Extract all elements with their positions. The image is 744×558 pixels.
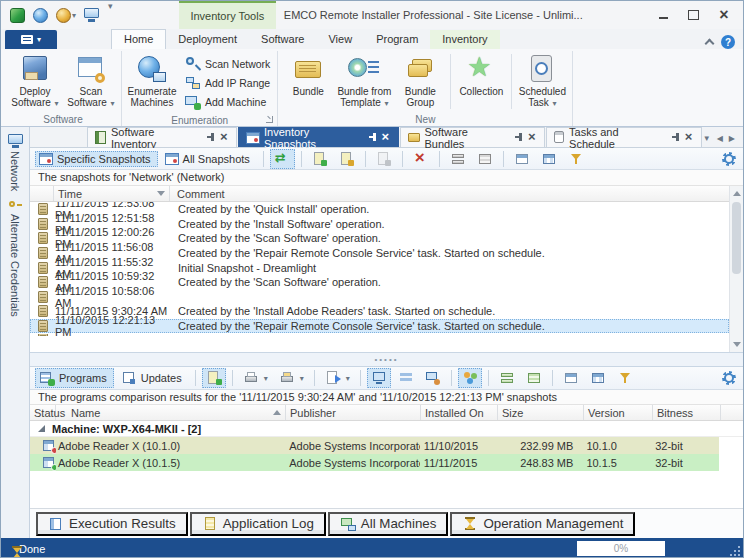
minimize-button[interactable] (651, 5, 677, 25)
tab-all-machines[interactable]: All Machines (328, 512, 449, 536)
tab-operation-management[interactable]: Operation Management (450, 512, 635, 536)
layout-full-button[interactable] (473, 149, 497, 169)
column-header-size[interactable]: Size (498, 405, 584, 420)
group-by-machine-button[interactable] (367, 368, 391, 388)
column-header-publisher[interactable]: Publisher (286, 405, 421, 420)
tab-software-inventory[interactable]: Software Inventory (87, 127, 237, 147)
print-preview-button[interactable]: ▾ (275, 368, 308, 388)
pin-icon[interactable] (368, 132, 378, 143)
scan-button[interactable]: ScanSoftware ▾ (63, 51, 119, 109)
filter-button[interactable] (564, 149, 588, 169)
show-grid-button[interactable] (586, 368, 610, 388)
app-logo-button[interactable] (7, 6, 28, 25)
tab-software-bundles[interactable]: Software Bundles (400, 127, 546, 147)
close-x-icon[interactable] (685, 132, 694, 143)
application-menu-button[interactable]: ▾ (5, 30, 57, 49)
bundle-from-button[interactable]: Bundle fromTemplate ▾ (336, 51, 392, 109)
copy-snapshot-button[interactable] (372, 149, 396, 169)
tab-list-icon[interactable]: ▼ (703, 134, 711, 143)
pin-icon[interactable] (671, 132, 681, 143)
scan-network-button[interactable]: Scan Network (182, 55, 273, 72)
scroll-down-icon[interactable] (733, 342, 741, 347)
tab-inventory-snapshots[interactable]: Inventory Snapshots (238, 127, 399, 147)
wizard-button[interactable]: ▾ (53, 6, 79, 25)
tab-tasks-and-schedule[interactable]: Tasks and Schedule (546, 127, 702, 147)
collection-button[interactable]: Collection (453, 51, 509, 97)
print-button[interactable]: ▾ (239, 368, 272, 388)
scroll-tabs-right-icon[interactable]: ▶ (729, 134, 735, 143)
programs-view-button[interactable]: Programs (35, 368, 114, 388)
collapse-group-icon[interactable] (38, 425, 45, 432)
ribbon-tab-program[interactable]: Program (364, 30, 430, 49)
ribbon-tab-home[interactable]: Home (111, 29, 166, 49)
show-panel-button[interactable] (510, 149, 534, 169)
load-snapshot-button[interactable] (308, 149, 332, 169)
qat-customize-button[interactable]: ▾ (102, 1, 119, 29)
settings-gear-button[interactable] (722, 152, 736, 166)
add-machine-button[interactable]: Add Machine (182, 93, 273, 110)
export-button[interactable]: ▾ (321, 368, 354, 388)
column-header-bitness[interactable]: Bitness (653, 405, 721, 420)
snapshot-row[interactable]: 11/11/2015 10:58:06 AM (30, 290, 729, 305)
show-panel-button[interactable] (559, 368, 583, 388)
highlight-colors-button[interactable] (458, 368, 482, 388)
scroll-tabs-left-icon[interactable]: ◀ (717, 134, 723, 143)
show-grid-button[interactable] (537, 149, 561, 169)
layout-split-button[interactable] (495, 368, 519, 388)
machine-button[interactable] (81, 6, 102, 24)
snapshot-row[interactable]: 11/10/2015 12:21:13 PMCreated by the 'Re… (30, 319, 729, 334)
column-header-comment[interactable]: Comment (170, 186, 729, 201)
add-ip-range-button[interactable]: Add IP Range (182, 74, 273, 91)
delete-snapshot-button[interactable] (409, 149, 433, 169)
column-header-icon[interactable] (30, 186, 54, 201)
all-snapshots-button[interactable]: All Snapshots (161, 151, 257, 167)
scheduled-button[interactable]: ScheduledTask ▾ (514, 51, 570, 109)
enumerate-button[interactable]: EnumerateMachines (124, 51, 180, 108)
close-x-icon[interactable] (382, 132, 391, 143)
rail-item-network[interactable]: Network (8, 130, 23, 195)
pin-icon[interactable] (514, 132, 524, 143)
settings-gear-button[interactable] (722, 371, 736, 385)
layout-full-button[interactable] (522, 368, 546, 388)
ribbon-tab-software[interactable]: Software (249, 30, 316, 49)
close-x-icon[interactable] (528, 132, 537, 143)
close-x-icon[interactable] (220, 132, 229, 143)
group-by-user-button[interactable] (421, 368, 445, 388)
scroll-thumb[interactable] (732, 202, 741, 274)
column-header-version[interactable]: Version (584, 405, 653, 420)
comparison-results-button[interactable] (202, 368, 226, 388)
rail-item-alternate-credentials[interactable]: Alternate Credentials (9, 195, 22, 321)
tab-application-log[interactable]: Application Log (190, 512, 326, 536)
save-snapshot-button[interactable] (335, 149, 359, 169)
program-row[interactable]: Adobe Reader X (10.1.5)Adobe Systems Inc… (30, 454, 719, 471)
resize-grip[interactable] (730, 546, 740, 556)
collapse-ribbon-button[interactable] (705, 39, 715, 49)
column-header-time[interactable]: Time (54, 186, 170, 201)
ribbon-tab-inventory[interactable]: Inventory (430, 30, 499, 49)
program-row[interactable]: Adobe Reader X (10.1.0)Adobe Systems Inc… (30, 437, 719, 454)
ribbon-tab-view[interactable]: View (316, 30, 364, 49)
maximize-button[interactable] (681, 5, 707, 25)
close-button[interactable] (711, 5, 737, 25)
bundle-button[interactable]: Bundle (280, 51, 336, 97)
scroll-up-icon[interactable] (733, 191, 741, 196)
bundle-button[interactable]: BundleGroup (392, 51, 448, 108)
filter-button[interactable] (613, 368, 637, 388)
machine-group-row[interactable]: Machine: WXP-X64-MKII - [2] (30, 421, 743, 437)
column-header-installed-on[interactable]: Installed On (421, 405, 498, 420)
layout-split-button[interactable] (446, 149, 470, 169)
enumerate-button[interactable] (30, 6, 51, 25)
column-header-status[interactable]: Status (30, 405, 56, 420)
pin-icon[interactable] (206, 132, 216, 143)
flat-view-button[interactable] (394, 368, 418, 388)
updates-view-button[interactable]: Updates (117, 368, 189, 388)
tab-execution-results[interactable]: Execution Results (36, 512, 188, 536)
dialog-launcher-icon[interactable] (266, 116, 273, 123)
ribbon-tab-deployment[interactable]: Deployment (166, 30, 249, 49)
pane-splitter[interactable] (30, 352, 743, 367)
compare-snapshots-button[interactable] (270, 149, 295, 169)
deploy-button[interactable]: DeploySoftware ▾ (7, 51, 63, 109)
vertical-scrollbar[interactable] (729, 186, 743, 352)
column-header-name[interactable]: Name (56, 405, 286, 420)
help-button[interactable] (721, 35, 735, 49)
